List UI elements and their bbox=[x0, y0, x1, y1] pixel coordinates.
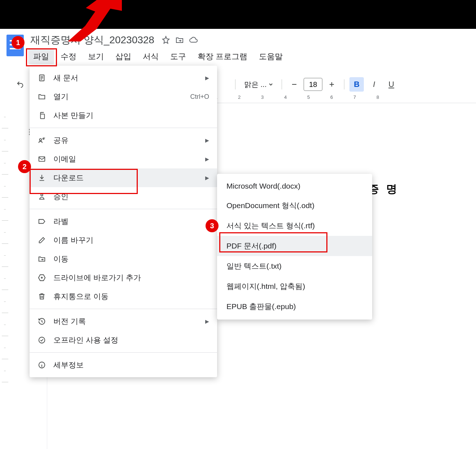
info-icon bbox=[38, 361, 46, 369]
submenu-item-epub[interactable]: EPUB 출판물(.epub) bbox=[217, 296, 372, 317]
submenu-item-txt[interactable]: 일반 텍스트(.txt) bbox=[217, 256, 372, 276]
menu-item-move[interactable]: 이동 bbox=[30, 250, 217, 268]
submenu-item-pdf[interactable]: PDF 문서(.pdf) bbox=[217, 236, 372, 256]
label-icon bbox=[38, 217, 46, 226]
chevron-right-icon: ▶ bbox=[205, 75, 209, 81]
move-folder-icon[interactable] bbox=[175, 36, 184, 44]
svg-point-5 bbox=[40, 138, 42, 141]
menu-item-label: 승인 bbox=[53, 192, 69, 202]
download-submenu: Microsoft Word(.docx) OpenDocument 형식(.o… bbox=[217, 174, 372, 320]
toolbar-separator bbox=[282, 79, 282, 89]
menu-item-label: 공유 bbox=[53, 135, 69, 145]
menu-divider bbox=[30, 352, 217, 353]
chevron-right-icon: ▶ bbox=[205, 156, 209, 162]
menu-item-label: 이동 bbox=[53, 254, 69, 264]
font-family-label: 맑은 ... bbox=[244, 80, 266, 89]
menu-divider bbox=[30, 309, 217, 309]
copy-icon bbox=[38, 111, 46, 120]
menu-help[interactable]: 도움말 bbox=[254, 49, 288, 64]
menu-item-label: 이름 바꾸기 bbox=[53, 235, 93, 245]
offline-icon bbox=[38, 336, 46, 344]
submenu-item-rtf[interactable]: 서식 있는 텍스트 형식(.rtf) bbox=[217, 216, 372, 236]
annotation-badge-3: 3 bbox=[206, 219, 219, 232]
menu-item-email[interactable]: 이메일 ▶ bbox=[30, 150, 217, 168]
menu-item-copy[interactable]: 사본 만들기 bbox=[30, 106, 217, 125]
annotation-badge-2: 2 bbox=[18, 160, 31, 173]
menu-item-label: 드라이브에 바로가기 추가 bbox=[53, 273, 141, 283]
menu-item-label: 다운로드 bbox=[53, 173, 84, 183]
menu-item-rename[interactable]: 이름 바꾸기 bbox=[30, 231, 217, 250]
menu-item-label: 버전 기록 bbox=[53, 316, 86, 326]
chevron-right-icon: ▶ bbox=[205, 318, 209, 324]
annotation-badge-1: 1 bbox=[12, 36, 25, 49]
approve-icon bbox=[38, 192, 46, 201]
svg-rect-4 bbox=[40, 114, 44, 119]
menu-item-details[interactable]: 세부정보 bbox=[30, 356, 217, 374]
menu-item-open[interactable]: 열기 Ctrl+O bbox=[30, 87, 217, 106]
menu-divider bbox=[30, 128, 217, 128]
menu-item-label: 오프라인 사용 설정 bbox=[53, 335, 118, 345]
font-size-decrease[interactable] bbox=[287, 77, 301, 92]
menu-item-offline[interactable]: 오프라인 사용 설정 bbox=[30, 331, 217, 349]
vertical-ruler[interactable] bbox=[2, 105, 8, 449]
menu-item-version-history[interactable]: 버전 기록 ▶ bbox=[30, 312, 217, 331]
menu-item-label: 사본 만들기 bbox=[53, 110, 93, 120]
star-icon[interactable] bbox=[162, 36, 170, 44]
font-family-select[interactable]: 맑은 ... bbox=[241, 78, 277, 92]
trash-icon bbox=[38, 292, 46, 301]
menu-divider bbox=[30, 209, 217, 209]
underline-button[interactable]: U bbox=[384, 77, 398, 92]
menu-item-label: 라벨 bbox=[53, 216, 69, 226]
move-icon bbox=[38, 255, 46, 263]
horizontal-ruler[interactable] bbox=[216, 94, 476, 103]
folder-icon bbox=[38, 92, 46, 101]
submenu-item-html[interactable]: 웹페이지(.html, 압축됨) bbox=[217, 276, 372, 296]
undo-button[interactable] bbox=[13, 77, 27, 92]
menu-item-shortcut: Ctrl+O bbox=[190, 93, 209, 101]
menu-item-label: 새 문서 bbox=[53, 73, 78, 83]
doc-heading-fragment: 증 명 bbox=[368, 182, 399, 197]
menubar: 파일 수정 보기 삽입 서식 도구 확장 프로그램 도움말 bbox=[28, 49, 476, 64]
chevron-right-icon: ▶ bbox=[205, 137, 209, 143]
menu-item-label: 이메일 bbox=[53, 154, 76, 164]
menu-tools[interactable]: 도구 bbox=[165, 49, 191, 64]
file-dropdown-menu: 새 문서 ▶ 열기 Ctrl+O 사본 만들기 공유 ▶ 이메일 ▶ 다운로드 … bbox=[30, 66, 217, 377]
svg-point-6 bbox=[43, 138, 44, 140]
menu-file[interactable]: 파일 bbox=[28, 49, 54, 64]
svg-point-8 bbox=[41, 194, 43, 196]
chevron-right-icon: ▶ bbox=[205, 175, 209, 181]
toolbar-separator bbox=[235, 79, 235, 89]
menu-item-label[interactable]: 라벨 bbox=[30, 212, 217, 231]
menu-item-download[interactable]: 다운로드 ▶ bbox=[30, 168, 217, 187]
svg-point-9 bbox=[39, 337, 45, 343]
menu-item-approve[interactable]: 승인 bbox=[30, 187, 217, 206]
menu-view[interactable]: 보기 bbox=[83, 49, 109, 64]
font-size-increase[interactable] bbox=[325, 77, 339, 92]
italic-button[interactable]: I bbox=[367, 77, 381, 92]
email-icon bbox=[38, 155, 46, 163]
download-icon bbox=[38, 173, 46, 182]
share-icon bbox=[38, 136, 46, 145]
menu-item-trash[interactable]: 휴지통으로 이동 bbox=[30, 287, 217, 306]
submenu-item-odt[interactable]: OpenDocument 형식(.odt) bbox=[217, 195, 372, 216]
cloud-status-icon[interactable] bbox=[189, 36, 198, 44]
toolbar-separator bbox=[344, 79, 344, 89]
menu-item-label: 세부정보 bbox=[53, 360, 84, 370]
menu-item-new[interactable]: 새 문서 ▶ bbox=[30, 69, 217, 87]
font-size-input[interactable]: 18 bbox=[304, 78, 322, 91]
bold-button[interactable]: B bbox=[349, 77, 364, 92]
annotation-arrow bbox=[64, 0, 122, 43]
menu-item-label: 휴지통으로 이동 bbox=[53, 291, 109, 301]
menu-item-share[interactable]: 공유 ▶ bbox=[30, 131, 217, 150]
menu-edit[interactable]: 수정 bbox=[56, 49, 81, 64]
menu-extensions[interactable]: 확장 프로그램 bbox=[193, 49, 252, 64]
document-icon bbox=[38, 74, 46, 82]
menu-item-label: 열기 bbox=[53, 92, 69, 102]
rename-icon bbox=[38, 236, 46, 245]
menu-format[interactable]: 서식 bbox=[138, 49, 164, 64]
menu-item-add-shortcut[interactable]: 드라이브에 바로가기 추가 bbox=[30, 268, 217, 287]
menu-insert[interactable]: 삽입 bbox=[110, 49, 136, 64]
drive-shortcut-icon bbox=[38, 273, 46, 282]
submenu-item-docx[interactable]: Microsoft Word(.docx) bbox=[217, 177, 372, 195]
history-icon bbox=[38, 317, 46, 326]
